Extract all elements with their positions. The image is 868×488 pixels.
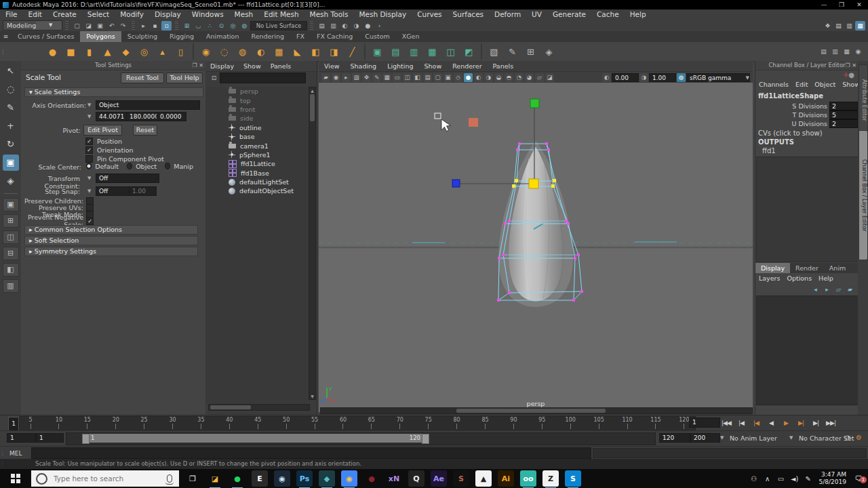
checkbox[interactable]: ✓ [86, 218, 94, 225]
last-tool-icon[interactable]: ◈ [3, 173, 19, 189]
paint-select-set-icon[interactable]: ▥ [406, 44, 422, 60]
chevron-down-icon[interactable]: ▼ [87, 176, 91, 181]
viewport-menu[interactable]: Renderer [447, 62, 487, 71]
undo-icon[interactable]: ↶ [106, 21, 117, 30]
menu-set-dropdown[interactable]: Modeling ▼ [3, 20, 62, 30]
start-button[interactable] [0, 469, 31, 488]
illustrator-icon[interactable]: Ai [498, 470, 514, 487]
checkbox[interactable]: ✓ [85, 146, 93, 154]
go-to-start-button[interactable]: |◀◀ [719, 417, 734, 430]
substance-icon[interactable]: S [453, 470, 469, 487]
poly-torus-icon[interactable]: ◎ [136, 44, 152, 60]
action-center-icon[interactable]: 🗨1 [850, 474, 867, 483]
node-name[interactable]: ffd1LatticeShape [758, 92, 823, 100]
gamma-icon[interactable]: ◑ [639, 73, 648, 82]
toggle-tool-settings-icon[interactable]: ▥ [844, 21, 854, 30]
playback-start-field[interactable]: 1 [36, 433, 64, 443]
boolean-icon[interactable]: ◐ [253, 44, 269, 60]
layout-outliner-persp[interactable]: ▥ [3, 279, 19, 293]
after-effects-icon[interactable]: Ae [431, 470, 447, 487]
checkbox[interactable] [85, 155, 93, 163]
use-lights-icon[interactable]: ◑ [484, 73, 493, 82]
checkbox[interactable]: ✓ [85, 138, 93, 145]
poly-cone-icon[interactable]: ▲ [100, 44, 115, 60]
shelf-tab[interactable]: Rigging [163, 31, 200, 42]
time-ruler[interactable]: 5 10 15 20 25 30 [19, 416, 696, 432]
outliner-item[interactable]: front [205, 105, 307, 114]
channel-box-menu[interactable]: Channels [755, 80, 792, 89]
shelf-tab[interactable]: FX Caching [311, 31, 359, 42]
chevron-down-icon[interactable]: ▼ [87, 114, 91, 119]
two-d-pan-zoom-icon[interactable]: ✥ [362, 73, 371, 82]
render-settings-icon[interactable]: ● [363, 21, 373, 30]
select-object-icon[interactable]: ▪ [150, 21, 160, 30]
move-layer-down-icon[interactable]: ▸ [822, 285, 832, 294]
smooth-icon[interactable]: ▦ [271, 44, 287, 60]
transform-constraint-value[interactable]: Off [96, 174, 159, 183]
snap-grid-icon[interactable]: ⊞ [182, 21, 192, 30]
chevron-down-icon[interactable]: ▼ [87, 188, 91, 194]
outliner-item[interactable]: top [205, 96, 307, 104]
command-line-language-label[interactable]: MEL [5, 450, 31, 457]
shelf-tab[interactable]: Animation [200, 31, 245, 42]
manip-center-handle[interactable] [529, 179, 538, 188]
play-forwards-button[interactable]: ▶ [778, 417, 793, 430]
search-input[interactable] [52, 474, 160, 483]
menu-item[interactable]: Mesh [229, 9, 259, 20]
snap-center-icon[interactable]: ⊙ [216, 21, 226, 30]
isolate-select-icon[interactable]: ▱ [535, 73, 544, 82]
multi-cut-icon[interactable]: ╱ [344, 44, 360, 60]
open-render-view-icon[interactable]: ▥ [328, 21, 338, 30]
viewport-horizontal-scrollbar[interactable] [320, 407, 753, 414]
outliner-item[interactable]: camera1 [205, 141, 307, 150]
chevron-down-icon[interactable]: ▼ [789, 435, 793, 441]
gate-mask-icon[interactable]: ◧ [413, 73, 422, 82]
attribute-editor-tab[interactable]: Attribute Editor [859, 64, 868, 136]
shelf-menu-icon[interactable]: ≡ [1, 32, 11, 41]
layout-single-pane[interactable]: ▣ [3, 198, 19, 211]
photos-icon[interactable]: ▲ [475, 470, 492, 487]
target-weld-icon[interactable]: ◩ [461, 44, 477, 60]
select-hierarchy-icon[interactable]: ▸ [138, 21, 149, 30]
range-end-handle[interactable] [422, 434, 429, 444]
quick-select-icon[interactable]: ▤ [388, 44, 403, 60]
channel-box-menu[interactable]: Edit [792, 80, 811, 89]
outliner-menu[interactable]: Show [239, 62, 266, 71]
shelf-tab[interactable]: Sculpting [121, 31, 163, 42]
scale-y-field[interactable]: 180.0000 [126, 112, 158, 121]
multisample-icon[interactable]: ◕ [525, 73, 534, 82]
radio-button[interactable] [86, 163, 92, 169]
menu-item[interactable]: Mesh Tools [304, 9, 354, 20]
pen-icon[interactable]: ✎ [802, 475, 815, 483]
render-current-frame-icon[interactable]: ◐ [340, 21, 350, 30]
textured-icon[interactable]: ◐ [474, 73, 483, 82]
menu-item[interactable]: Edit Mesh [258, 9, 304, 20]
chevron-down-icon[interactable]: ▼ [87, 102, 91, 108]
node-editor-icon[interactable]: ⊞ [523, 44, 538, 60]
chevron-down-icon[interactable]: ▼ [720, 435, 724, 441]
triangulate-icon[interactable]: ◣ [290, 44, 305, 60]
xray-icon[interactable]: ◪ [545, 73, 554, 82]
menu-item[interactable]: Select [82, 9, 115, 20]
playback-end-field[interactable]: 120 [659, 433, 690, 443]
shelf-tab[interactable]: FX [290, 31, 311, 42]
crease-tool-icon[interactable]: ✎ [505, 44, 520, 60]
people-icon[interactable]: ⚇ [747, 475, 761, 483]
close-button[interactable]: ✕ [850, 1, 868, 9]
construction-history-icon[interactable]: ▤ [317, 21, 327, 30]
close-panel-icon[interactable]: ✕ [199, 62, 203, 68]
layer-editor-tab[interactable]: Render [790, 263, 824, 273]
outliner-item[interactable]: side [205, 114, 307, 123]
zbrush-icon[interactable]: Z [542, 470, 559, 487]
toggle-attribute-editor-icon[interactable]: ▤ [833, 21, 844, 30]
field-chart-icon[interactable]: ▤ [423, 73, 432, 82]
hypershade-icon[interactable]: ◈ [541, 44, 557, 60]
snap-curve-icon[interactable]: ◡ [193, 21, 203, 30]
menu-item[interactable]: Deform [489, 9, 526, 20]
steam-icon[interactable]: ◉ [274, 470, 290, 487]
output-node[interactable]: ffd1 [762, 147, 776, 155]
epic-games-icon[interactable]: E [252, 470, 268, 487]
maximize-button[interactable]: ❐ [833, 1, 850, 9]
viewport-menu[interactable]: Shading [345, 62, 382, 71]
shelf-tab[interactable]: Rendering [245, 31, 290, 42]
